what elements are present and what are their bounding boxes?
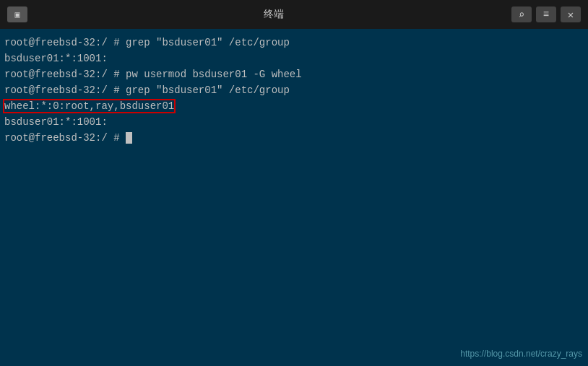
- terminal-line-2: bsduser01:*:1001:: [4, 51, 584, 66]
- terminal-line-6: bsduser01:*:1001:: [4, 114, 584, 130]
- menu-icon: ≡: [543, 9, 549, 20]
- watermark: https://blog.csdn.net/crazy_rays: [460, 347, 582, 360]
- close-icon: ✕: [568, 9, 574, 21]
- terminal-icon-glyph: ▣: [14, 9, 20, 20]
- title-bar-controls: ⌕ ≡ ✕: [511, 6, 581, 22]
- terminal-cursor: [126, 132, 132, 144]
- menu-button[interactable]: ≡: [536, 6, 556, 22]
- terminal-line-3: root@freebsd-32:/ # pw usermod bsduser01…: [4, 66, 584, 82]
- search-icon: ⌕: [519, 9, 524, 21]
- terminal-line-4: root@freebsd-32:/ # grep "bsduser01" /et…: [4, 82, 584, 98]
- terminal-line-1: root@freebsd-32:/ # grep "bsduser01" /et…: [4, 35, 584, 51]
- terminal-icon: ▣: [7, 6, 27, 22]
- terminal-body[interactable]: root@freebsd-32:/ # grep "bsduser01" /et…: [0, 29, 588, 366]
- title-bar: ▣ 终端 ⌕ ≡ ✕: [0, 0, 588, 29]
- highlighted-output: wheel:*:0:root,ray,bsduser01: [4, 100, 174, 112]
- window-title: 终端: [36, 8, 511, 21]
- terminal-line-5: wheel:*:0:root,ray,bsduser01: [4, 98, 584, 114]
- title-bar-left: ▣: [7, 6, 36, 22]
- close-button[interactable]: ✕: [561, 6, 581, 22]
- terminal-window: ▣ 终端 ⌕ ≡ ✕ root@freebsd-32:/ # grep "bsd…: [0, 0, 588, 366]
- search-button[interactable]: ⌕: [511, 6, 532, 22]
- terminal-line-7: root@freebsd-32:/ #: [4, 130, 584, 146]
